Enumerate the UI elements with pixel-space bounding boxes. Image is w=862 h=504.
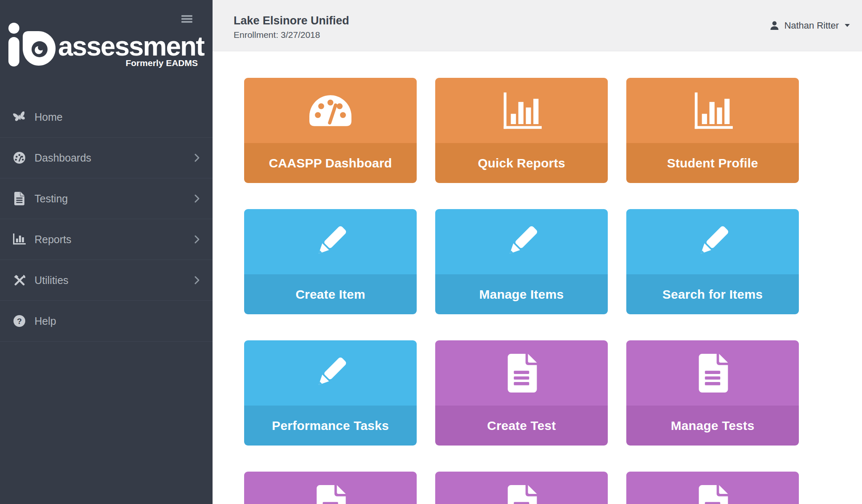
chevron-right-icon	[194, 276, 200, 285]
district-info: Lake Elsinore Unified Enrollment: 3/27/2…	[234, 14, 349, 40]
file-big-icon	[505, 353, 538, 393]
sidebar-item-home[interactable]: Home	[0, 97, 213, 138]
tools-icon	[10, 274, 29, 287]
pencil-big-icon	[311, 353, 350, 393]
enrollment-date: Enrollment: 3/27/2018	[234, 30, 349, 40]
user-menu[interactable]: Nathan Ritter	[769, 0, 850, 51]
sidebar-item-label: Reports	[35, 233, 72, 246]
app-logo: assessment Formerly EADMS	[6, 22, 198, 72]
tile-manage-items[interactable]: Manage Items	[435, 209, 608, 314]
tile-partial-10[interactable]	[244, 472, 417, 504]
brand-tagline: Formerly EADMS	[125, 58, 198, 68]
bar-chart-big-icon	[500, 91, 543, 130]
tile-label: Student Profile	[667, 156, 758, 170]
sidebar-item-utilities[interactable]: Utilities	[0, 260, 213, 301]
question-icon: ?	[10, 314, 29, 328]
tile-label: Performance Tasks	[272, 419, 389, 433]
tile-label: Manage Tests	[671, 419, 755, 433]
sidebar-item-label: Dashboards	[35, 152, 91, 164]
pencil-big-icon	[311, 222, 350, 262]
pencil-big-icon	[693, 222, 732, 262]
sidebar-item-label: Home	[35, 111, 63, 123]
caret-down-icon	[844, 24, 850, 27]
top-bar: Lake Elsinore Unified Enrollment: 3/27/2…	[213, 0, 862, 51]
sidebar: assessment Formerly EADMS HomeDashboards…	[0, 0, 213, 504]
sidebar-item-reports[interactable]: Reports	[0, 219, 213, 260]
bar-chart-big-icon	[691, 91, 734, 130]
chevron-right-icon	[194, 194, 200, 203]
sidebar-item-testing[interactable]: Testing	[0, 178, 213, 219]
file-big-icon	[696, 353, 729, 393]
gauge-big-icon	[306, 92, 354, 129]
tile-create-test[interactable]: Create Test	[435, 340, 608, 446]
tile-label: Create Test	[487, 419, 556, 433]
pencil-big-icon	[502, 222, 541, 262]
person-icon	[769, 21, 780, 31]
sidebar-item-label: Help	[35, 315, 56, 327]
butterfly-icon	[10, 111, 29, 123]
tile-create-item[interactable]: Create Item	[244, 209, 417, 314]
svg-text:?: ?	[17, 317, 22, 326]
tile-partial-12[interactable]	[626, 472, 799, 504]
brand-name: assessment	[58, 33, 204, 60]
tile-student-profile[interactable]: Student Profile	[626, 78, 799, 183]
tile-label: Manage Items	[479, 287, 564, 302]
tile-quick-reports[interactable]: Quick Reports	[435, 78, 608, 183]
user-name: Nathan Ritter	[784, 20, 839, 31]
file-big-icon	[696, 484, 729, 504]
tile-label: Search for Items	[662, 287, 763, 302]
tile-partial-11[interactable]	[435, 472, 608, 504]
bar-chart-icon	[10, 233, 29, 246]
tile-manage-tests[interactable]: Manage Tests	[626, 340, 799, 446]
tile-label: Create Item	[295, 287, 365, 302]
sidebar-item-dashboards[interactable]: Dashboards	[0, 138, 213, 178]
sidebar-item-help[interactable]: ?Help	[0, 301, 213, 342]
gauge-icon	[10, 151, 29, 164]
file-big-icon	[314, 484, 347, 504]
district-name: Lake Elsinore Unified	[234, 14, 349, 27]
file-big-icon	[505, 484, 538, 504]
sidebar-item-label: Testing	[35, 193, 68, 205]
tile-label: Quick Reports	[478, 156, 565, 170]
tile-grid: CAASPP DashboardQuick ReportsStudent Pro…	[244, 78, 799, 504]
tile-caaspp-dashboard[interactable]: CAASPP Dashboard	[244, 78, 417, 183]
tile-label: CAASPP Dashboard	[269, 156, 392, 170]
sidebar-item-label: Utilities	[35, 274, 69, 286]
tile-performance-tasks[interactable]: Performance Tasks	[244, 340, 417, 446]
file-icon	[10, 192, 29, 205]
chevron-right-icon	[194, 153, 200, 162]
chevron-right-icon	[194, 235, 200, 244]
tile-search-for-items[interactable]: Search for Items	[626, 209, 799, 314]
sidebar-nav: HomeDashboardsTestingReportsUtilities?He…	[0, 97, 213, 342]
io-logo-icon	[7, 23, 57, 68]
